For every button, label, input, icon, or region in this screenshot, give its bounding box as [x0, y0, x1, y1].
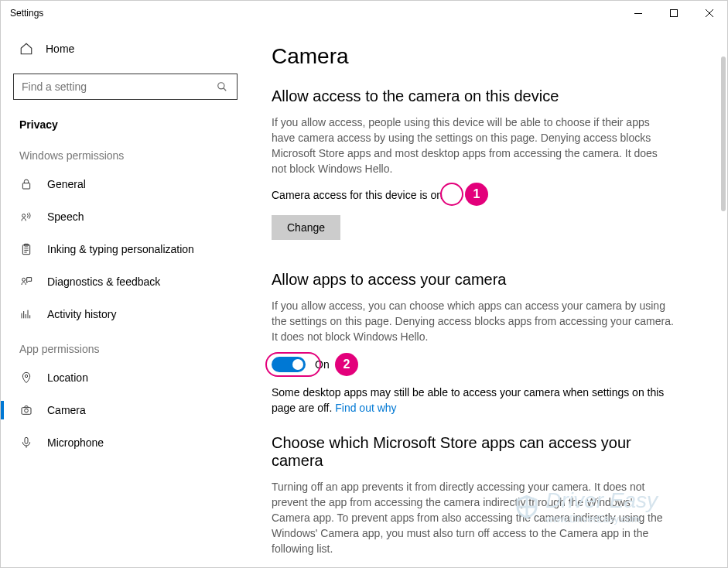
microphone-icon	[19, 436, 33, 450]
sidebar-home-label: Home	[46, 43, 74, 55]
sidebar-item-diagnostics[interactable]: Diagnostics & feedback	[13, 265, 248, 298]
svg-point-4	[22, 214, 26, 217]
camera-status-line: Camera access for this device is on	[272, 189, 443, 201]
sidebar-item-microphone[interactable]: Microphone	[13, 426, 248, 459]
clipboard-icon	[19, 242, 33, 256]
content-area: Camera Allow access to the camera on thi…	[248, 26, 727, 567]
find-out-why-link[interactable]: Find out why	[335, 402, 396, 414]
section3-body: Turning off an app prevents it from dire…	[272, 479, 674, 556]
svg-rect-11	[25, 437, 28, 443]
camera-status-prefix: Camera access for this device is	[272, 189, 430, 201]
sidebar: Home Privacy Windows permissions General…	[1, 26, 248, 567]
close-button[interactable]	[692, 1, 727, 26]
annotation-badge-2: 2	[335, 353, 358, 376]
svg-point-7	[22, 278, 26, 281]
window-controls	[620, 1, 727, 26]
sidebar-item-label: Camera	[47, 404, 86, 416]
home-icon	[19, 42, 33, 56]
sidebar-item-label: Activity history	[47, 308, 116, 320]
sidebar-item-camera[interactable]: Camera	[13, 394, 248, 426]
sidebar-item-general[interactable]: General	[13, 168, 248, 200]
speech-icon	[19, 210, 33, 224]
maximize-button[interactable]	[656, 1, 692, 26]
section2-heading: Allow apps to access your camera	[272, 271, 704, 289]
section3-heading: Choose which Microsoft Store apps can ac…	[272, 434, 674, 470]
activity-icon	[19, 307, 33, 321]
annotation-circle-2	[265, 352, 321, 377]
lock-icon	[19, 177, 33, 191]
sidebar-item-speech[interactable]: Speech	[13, 200, 248, 233]
sidebar-item-label: Microphone	[47, 436, 104, 449]
sidebar-item-label: Diagnostics & feedback	[47, 275, 160, 288]
footnote-text: Some desktop apps may still be able to a…	[272, 386, 664, 414]
search-icon	[215, 80, 229, 94]
annotation-circle-1	[440, 183, 463, 206]
sidebar-section-privacy: Privacy	[13, 112, 248, 137]
sidebar-item-label: Inking & typing personalization	[47, 243, 194, 255]
annotation-badge-1: 1	[465, 183, 488, 206]
section1-body: If you allow access, people using this d…	[272, 115, 674, 176]
sidebar-group-windows-permissions: Windows permissions	[13, 137, 248, 168]
sidebar-item-location[interactable]: Location	[13, 361, 248, 394]
feedback-icon	[19, 275, 33, 289]
svg-point-10	[25, 409, 29, 412]
sidebar-item-label: General	[47, 178, 86, 190]
minimize-button[interactable]	[620, 1, 656, 26]
page-title: Camera	[272, 44, 704, 69]
location-icon	[19, 371, 33, 385]
svg-point-2	[218, 83, 224, 89]
camera-icon	[19, 403, 33, 417]
change-button[interactable]: Change	[272, 215, 340, 240]
svg-rect-0	[634, 13, 642, 14]
sidebar-home[interactable]: Home	[13, 33, 248, 64]
search-input[interactable]	[22, 80, 215, 93]
section2-body: If you allow access, you can choose whic…	[272, 298, 674, 344]
svg-point-8	[25, 375, 27, 377]
section1-heading: Allow access to the camera on this devic…	[272, 87, 704, 105]
search-box[interactable]	[13, 74, 238, 100]
sidebar-group-app-permissions: App permissions	[13, 330, 248, 361]
scrollbar[interactable]	[721, 56, 726, 211]
window-title: Settings	[10, 8, 43, 19]
svg-rect-1	[671, 10, 678, 17]
svg-rect-3	[22, 183, 29, 189]
titlebar: Settings	[1, 1, 727, 26]
sidebar-item-label: Location	[47, 371, 88, 384]
sidebar-item-label: Speech	[47, 210, 84, 223]
section2-footnote: Some desktop apps may still be able to a…	[272, 385, 674, 416]
sidebar-item-activity[interactable]: Activity history	[13, 298, 248, 330]
sidebar-item-inking[interactable]: Inking & typing personalization	[13, 233, 248, 265]
